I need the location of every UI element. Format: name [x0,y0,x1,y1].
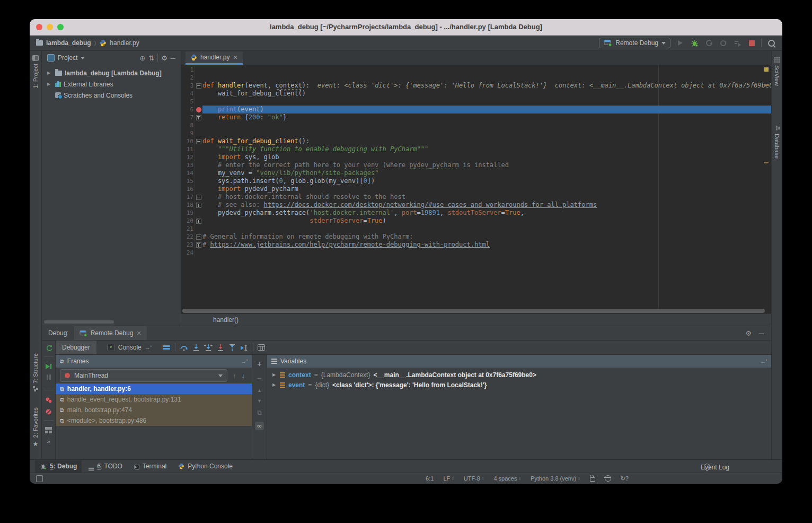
gutter-cell[interactable] [195,106,202,114]
fold-marker-icon[interactable] [196,195,201,200]
error-stripe-file-mark[interactable] [764,67,769,72]
fold-marker-icon[interactable] [196,219,201,224]
stop-button[interactable] [747,38,756,48]
code-text[interactable]: import pydevd_pycharm [202,185,771,193]
error-stripe-warning[interactable] [764,162,769,163]
code-text[interactable]: # enter the correct path here to your ve… [202,161,771,169]
frame-row[interactable]: ⧉handle_event_request, bootstrap.py:131 [56,394,252,405]
tool-button-project[interactable]: 1: Project [30,55,41,88]
evaluate-expression-button[interactable] [258,344,265,351]
tool-button-favorites[interactable]: 2: Favorites ★ [30,407,41,448]
gutter-cell[interactable] [195,129,202,137]
debug-session-tab[interactable]: Remote Debug ✕ [74,326,147,340]
line-number[interactable]: 20 [181,217,195,225]
line-number[interactable]: 24 [181,249,195,257]
status-segment-lf[interactable]: LF↕ [443,475,454,482]
fold-marker-icon[interactable] [196,115,201,120]
fold-marker-icon[interactable] [196,139,201,144]
chevron-right-icon[interactable]: ▶ [272,382,277,387]
code-line[interactable]: 22# General information on remote debugg… [181,233,771,241]
rerun-button[interactable] [45,344,52,352]
project-panel-title[interactable]: Project [58,54,77,62]
pause-button[interactable] [46,374,51,380]
close-tab-icon[interactable]: ✕ [233,54,237,61]
chevron-right-icon[interactable]: ▶ [272,372,277,377]
previous-frame-button[interactable]: ↑ [233,372,236,380]
code-line[interactable]: 5 [181,98,771,106]
status-segment-4spaces[interactable]: 4 spaces↕ [493,475,521,482]
code-text[interactable] [202,121,771,129]
line-number[interactable]: 11 [181,145,195,153]
line-number[interactable]: 7 [181,114,195,121]
line-number[interactable]: 21 [181,225,195,233]
gutter-cell[interactable] [195,74,202,82]
restore-layout-button[interactable] [45,427,52,433]
close-tab-icon[interactable]: ✕ [136,330,141,337]
code-line[interactable]: 9 [181,129,771,137]
code-area[interactable]: 123def handler(event, context): event: <… [181,65,771,308]
frame-row[interactable]: ⧉<module>, bootstrap.py:486 [56,415,252,426]
line-number[interactable]: 6 [181,106,195,114]
chevron-right-icon[interactable]: ▶ [45,82,52,86]
run-button[interactable] [675,38,685,48]
tool-button-database[interactable]: Database [772,125,782,159]
line-number[interactable]: 3 [181,82,195,90]
code-line[interactable]: 12 import sys, glob [181,153,771,161]
debug-button[interactable] [690,38,699,48]
search-everywhere-button[interactable] [766,38,776,48]
gutter-cell[interactable] [195,249,202,257]
gutter-cell[interactable] [195,145,202,153]
project-tree-item[interactable]: Scratches and Consoles [42,90,181,101]
code-text[interactable]: stderrToServer=True) [202,217,771,225]
code-text[interactable]: # General information on remote debuggin… [202,233,771,241]
gutter-cell[interactable] [195,161,202,169]
breadcrumb-project[interactable]: lambda_debug [46,39,91,47]
line-number[interactable]: 5 [181,98,195,106]
code-text[interactable] [202,66,771,74]
code-line[interactable]: 7 return {200: "ok"} [181,114,771,121]
code-line[interactable]: 21 [181,225,771,233]
resume-button[interactable] [45,363,52,370]
gutter-cell[interactable] [195,66,202,74]
gutter-cell[interactable] [195,193,202,201]
line-number[interactable]: 22 [181,233,195,241]
variable-row[interactable]: ▶event = {dict} <class 'dict'>: {'messag… [267,380,771,390]
force-step-into-button[interactable] [204,344,213,351]
code-line[interactable]: 17 # host.docker.internal should resolve… [181,193,771,201]
locate-file-icon[interactable]: ⊕ [139,55,145,62]
tool-window-tab-pythonconsole[interactable]: Python Console [173,460,237,473]
gutter-cell[interactable] [195,177,202,185]
tool-window-tab-todo[interactable]: 6: TODO [84,460,127,473]
code-text[interactable]: wait_for_debug_client() [202,90,771,98]
gutter-cell[interactable] [195,233,202,241]
hide-panel-icon[interactable]: ─ [171,55,175,62]
profiler-button[interactable] [704,38,713,48]
gutter-cell[interactable] [195,153,202,161]
hide-panel-icon[interactable]: ─ [759,330,764,337]
code-line[interactable]: 16 import pydevd_pycharm [181,185,771,193]
move-watch-up-button[interactable]: ▲ [257,388,262,393]
breadcrumb-file[interactable]: handler.py [110,39,139,47]
lock-icon[interactable] [590,477,595,482]
project-scrollbar[interactable] [44,320,114,324]
next-frame-button[interactable]: ↓ [242,372,245,380]
gutter-cell[interactable] [195,169,202,177]
code-line[interactable]: 8 [181,121,771,129]
remove-watch-button[interactable]: − [257,373,262,382]
step-into-my-code-button[interactable] [217,344,224,351]
code-line[interactable]: 19 pydevd_pycharm.settrace('host.docker.… [181,209,771,217]
line-number[interactable]: 18 [181,201,195,209]
code-text[interactable]: sys.path.insert(0, glob.glob(my_venv)[0]… [202,177,771,185]
show-watches-toggle[interactable]: ∞ [255,422,264,430]
line-number[interactable]: 12 [181,153,195,161]
line-number[interactable]: 17 [181,193,195,201]
gutter-cell[interactable] [195,121,202,129]
code-text[interactable] [202,98,771,106]
coverage-button[interactable] [718,38,728,48]
code-line[interactable]: 24 [181,249,771,257]
code-text[interactable] [202,249,771,257]
gutter-cell[interactable] [195,90,202,98]
line-number[interactable]: 4 [181,90,195,98]
gear-icon[interactable]: ⚙ [745,330,752,337]
step-into-button[interactable] [192,344,200,351]
